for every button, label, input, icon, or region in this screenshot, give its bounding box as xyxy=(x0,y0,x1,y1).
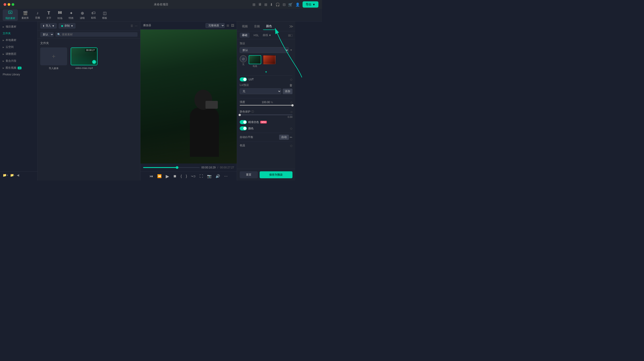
preset-select[interactable]: 默认 xyxy=(240,47,289,53)
preset-none[interactable]: ⊘ 无 xyxy=(240,55,247,68)
subtab-curve[interactable]: 曲线 ▼ xyxy=(263,33,271,37)
fullscreen-icon[interactable]: ⛶ xyxy=(198,173,204,179)
tab-audio[interactable]: 音频 xyxy=(251,23,263,30)
step-back-icon[interactable]: ⏮ xyxy=(149,173,154,179)
record-button[interactable]: ⏺ 录制 ▼ xyxy=(58,23,76,29)
arrow-icon-adjust: ▶ xyxy=(3,53,4,55)
sidebar-item-adjust-label: 调整图层 xyxy=(6,52,16,56)
filter-icon[interactable]: ☰ xyxy=(130,24,133,28)
preset-tv[interactable]: 电视 xyxy=(249,55,261,68)
download-icon[interactable]: ⬇ xyxy=(270,2,273,7)
tab-color[interactable]: 颜色 xyxy=(263,23,275,30)
sidebar-item-cloud-label: 云空间 xyxy=(6,45,14,49)
auto-white-balance-row: 自动白平衡 自动 ✏ xyxy=(240,133,292,140)
import-media-item[interactable]: + 导入媒体 xyxy=(40,48,67,70)
shop-icon[interactable]: 🛒 xyxy=(288,2,293,7)
toolbar-media-lib[interactable]: 🎬 素材库 xyxy=(19,10,32,20)
toolbar-audio-label: 音频 xyxy=(35,16,40,20)
headphone-icon[interactable]: 🎧 xyxy=(276,2,280,7)
layout-icon[interactable]: ⊟ xyxy=(283,2,286,7)
subtab-hsl[interactable]: HSL xyxy=(251,33,261,38)
lut-diamond-icon[interactable]: ◇ xyxy=(290,78,292,81)
more-icon[interactable]: ⋯ xyxy=(135,24,138,28)
play-icon[interactable]: ▶ xyxy=(165,173,170,180)
accurate-imitate-toggle[interactable] xyxy=(240,120,247,124)
preset-chevron[interactable]: ▼ xyxy=(290,48,292,52)
collapse-icon[interactable]: ◀ xyxy=(17,173,19,177)
lut-add-button[interactable]: 添加 xyxy=(283,88,292,94)
remove-icon[interactable]: 📁- xyxy=(10,173,15,177)
toolbar-effects[interactable]: ✦ 特效 xyxy=(66,10,76,20)
toolbar-audio[interactable]: ♪ 音频 xyxy=(32,10,43,20)
minimize-button[interactable] xyxy=(8,3,10,6)
skin-protect-slider[interactable] xyxy=(240,114,292,115)
arrow-icon: ▶ xyxy=(3,26,4,28)
save-preset-button[interactable]: 保存为预设 xyxy=(260,171,292,178)
app-title: 未命名项目 xyxy=(154,2,168,6)
sidebar-item-folder[interactable]: 文件夹 xyxy=(0,30,37,37)
mark-in-icon[interactable]: { xyxy=(180,173,183,179)
sidebar-item-cloud[interactable]: ▶ 云空间 xyxy=(0,44,37,50)
close-button[interactable] xyxy=(4,3,6,6)
ai-badge: AI xyxy=(18,67,22,69)
more-ctrl-icon[interactable]: ⋯ xyxy=(223,173,228,179)
snapshot-icon[interactable]: 📷 xyxy=(206,173,212,179)
lut-select[interactable]: 无 xyxy=(240,88,281,94)
maximize-button[interactable] xyxy=(12,3,14,6)
search-input[interactable] xyxy=(62,33,136,36)
import-button[interactable]: ⬆ 导入 ▼ xyxy=(40,23,57,29)
panel-expand-icon[interactable]: ≫ xyxy=(289,24,294,29)
stop-icon[interactable]: ⏹ xyxy=(172,173,178,179)
toolbar-filters[interactable]: ⊕ 滤镜 xyxy=(77,10,88,20)
add-folder-icon[interactable]: 📁+ xyxy=(3,173,8,177)
mark-out-icon[interactable]: } xyxy=(185,173,188,179)
reset-button[interactable]: 重置 xyxy=(240,171,258,178)
frame-back-icon[interactable]: ⏪ xyxy=(156,173,162,179)
color-toggle[interactable] xyxy=(240,126,247,130)
volume-icon[interactable]: 🔊 xyxy=(215,173,221,179)
sidebar-item-compound[interactable]: ▶ 复合片段 xyxy=(0,58,37,64)
color-diamond-icon[interactable]: ◇ xyxy=(290,126,292,130)
default-select[interactable]: 默认 xyxy=(40,32,54,37)
image-icon[interactable]: 🖼 xyxy=(231,24,234,27)
tab-video[interactable]: 视频 xyxy=(239,23,251,30)
skin-protect-diamond[interactable]: ◇ xyxy=(290,110,292,114)
quality-select[interactable]: 完整画质 xyxy=(206,23,225,28)
monitor-icon[interactable]: 🖥 xyxy=(258,2,262,6)
toolbar-my-media[interactable]: 我的素材 xyxy=(3,10,18,21)
user-icon[interactable]: 👤 xyxy=(296,2,300,7)
subtab-basic[interactable]: 基础 xyxy=(240,33,250,38)
sidebar-item-adjust[interactable]: ▶ 调整图层 xyxy=(0,50,37,58)
skin-protect-value: 0.00 xyxy=(240,116,292,118)
toolbar-sticker[interactable]: 🏷 贴纸 xyxy=(88,10,98,20)
sidebar-item-compound-label: 复合片段 xyxy=(6,59,16,63)
preset-apply[interactable]: 点击应用 xyxy=(263,55,276,68)
sidebar-item-ai-video[interactable]: ▶ 图生视频 AI xyxy=(0,64,37,71)
filter-row: 默认 🔍 xyxy=(38,30,140,38)
progress-bar[interactable] xyxy=(143,167,200,168)
info-icon[interactable]: ⓘ xyxy=(251,110,254,114)
eyedropper-icon[interactable]: ✏ xyxy=(290,136,292,139)
video-media-item[interactable]: 00:00:27 ✓ video-miao.mp4 xyxy=(71,48,98,70)
color-temp-diamond[interactable]: ◇ xyxy=(290,144,292,148)
sidebar-bottom: 📁+ 📁- ◀ xyxy=(0,171,37,179)
import-chevron: ▼ xyxy=(52,24,54,28)
strength-slider[interactable] xyxy=(240,105,292,106)
sidebar-item-photos[interactable]: Photos Library xyxy=(0,71,37,78)
strength-diamond-icon[interactable]: ◇ xyxy=(290,101,292,104)
auto-button[interactable]: 自动 xyxy=(279,135,289,140)
insert-icon[interactable]: ↪⊐ xyxy=(190,174,196,179)
toolbar-template[interactable]: ◫ 模板 xyxy=(100,10,110,20)
toolbar-transition[interactable]: 转场 xyxy=(55,10,65,21)
sidebar-item-project[interactable]: ▶ 项目素材 xyxy=(0,23,37,30)
grid-view-icon[interactable]: ⊞ xyxy=(226,24,229,27)
toolbar-text[interactable]: T 文字 xyxy=(44,10,54,20)
panel-icons[interactable]: ⊞□ xyxy=(288,34,292,37)
grid-icon[interactable]: ⊞ xyxy=(264,2,267,7)
sidebar-item-local[interactable]: ▶ 本地素材 xyxy=(0,37,37,44)
screen-icon[interactable]: ⊞ xyxy=(252,2,255,7)
export-button[interactable]: 导出 ▼ xyxy=(302,1,318,8)
lut-delete-icon[interactable]: 🗑 xyxy=(289,84,292,87)
skin-protect-section: 肤色保护 ⓘ ◇ 0.00 xyxy=(240,108,292,118)
lut-toggle[interactable] xyxy=(240,78,247,82)
